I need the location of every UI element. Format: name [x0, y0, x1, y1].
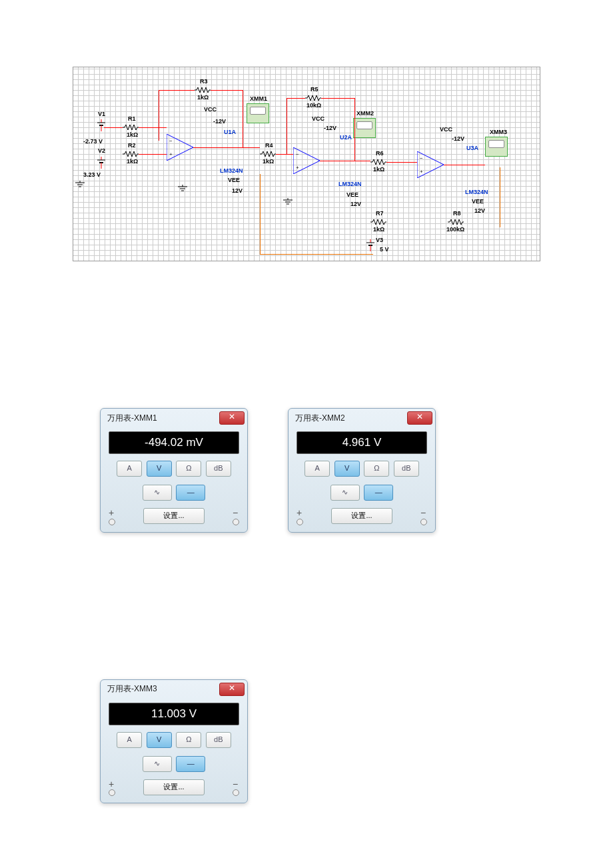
mode-dB-button[interactable]: dB	[206, 461, 231, 477]
label-U3-vminus: 12V	[474, 207, 485, 214]
multimeter-XMM2-title: 万用表-XMM2	[295, 413, 345, 424]
label-U2-vminus: 12V	[350, 201, 361, 207]
mode-Ohm-button[interactable]: Ω	[176, 461, 201, 477]
label-R7-ref: R7	[376, 210, 384, 217]
label-R8-ref: R8	[453, 210, 461, 217]
resistor-R5	[305, 95, 321, 101]
close-button[interactable]: ✕	[219, 411, 245, 425]
terminal-dot-icon	[420, 519, 427, 525]
label-V3-val: 5 V	[380, 246, 389, 253]
label-R1-ref: R1	[128, 115, 136, 122]
label-U1-model: LM324N	[220, 167, 243, 174]
label-U3-vplus: -12V	[452, 135, 464, 142]
resistor-R6	[370, 159, 386, 165]
mode-A-button[interactable]: A	[117, 732, 142, 748]
mode-Ohm-button[interactable]: Ω	[176, 732, 201, 748]
label-V2-ref: V2	[98, 147, 105, 154]
multimeter-XMM3-reading: 11.003 V	[109, 703, 239, 725]
wire	[354, 98, 355, 161]
label-V3-ref: V3	[376, 237, 383, 243]
wire	[320, 161, 370, 161]
plus-terminal: +	[297, 507, 302, 518]
mode-Ohm-button[interactable]: Ω	[364, 461, 389, 477]
wire	[104, 127, 123, 128]
multimeter-XMM1-window: 万用表-XMM1 ✕ -494.02 mV A V Ω dB ∿ — + 设置.…	[100, 408, 248, 533]
svg-text:+: +	[169, 151, 173, 157]
label-R5-val: 10kΩ	[306, 102, 321, 109]
label-U1-vminus: 12V	[232, 187, 243, 194]
mode-V-button[interactable]: V	[334, 461, 360, 477]
label-R5-ref: R5	[310, 86, 318, 93]
multimeter-XMM2-reading: 4.961 V	[297, 431, 427, 454]
dc-button[interactable]: —	[364, 485, 393, 501]
label-U1-vee: VEE	[228, 177, 240, 183]
ground-icon	[283, 198, 293, 205]
resistor-R3	[195, 87, 211, 93]
mode-V-button[interactable]: V	[147, 732, 172, 748]
multimeter-XMM1-title: 万用表-XMM1	[107, 413, 157, 424]
ac-button[interactable]: ∿	[330, 485, 360, 501]
multimeter-XMM2-icon[interactable]	[353, 118, 376, 138]
multimeter-XMM3-title: 万用表-XMM3	[107, 683, 157, 695]
dc-button[interactable]: —	[176, 485, 205, 501]
close-button[interactable]: ✕	[407, 411, 432, 425]
wire	[260, 174, 261, 254]
wire	[287, 98, 305, 99]
svg-text:−: −	[420, 155, 423, 161]
wire	[159, 90, 195, 91]
dc-button[interactable]: —	[176, 756, 205, 772]
wire	[211, 90, 243, 91]
label-V2-val: 3.23 V	[83, 171, 101, 178]
battery-V1	[97, 119, 105, 131]
label-U3-ref: U3A	[466, 145, 478, 151]
label-XMM3: XMM3	[490, 129, 507, 135]
wire	[386, 162, 417, 163]
multimeter-XMM1-icon[interactable]	[247, 103, 269, 123]
settings-button[interactable]: 设置...	[143, 508, 205, 524]
label-R3-val: 1kΩ	[197, 94, 209, 101]
resistor-R4	[260, 151, 276, 157]
settings-button[interactable]: 设置...	[331, 508, 392, 524]
minus-terminal: −	[233, 507, 238, 518]
label-R4-ref: R4	[265, 142, 273, 149]
wire	[260, 254, 373, 255]
terminal-dot-icon	[109, 519, 115, 525]
label-R1-val: 1kΩ	[127, 131, 138, 138]
svg-text:−: −	[169, 138, 173, 144]
multimeter-XMM3-window: 万用表-XMM3 ✕ 11.003 V A V Ω dB ∿ — + 设置...…	[100, 679, 248, 804]
label-U2-vcc: VCC	[312, 115, 324, 122]
label-U2-vee: VEE	[346, 191, 358, 198]
resistor-R1	[123, 125, 139, 130]
label-U2-vplus: -12V	[324, 125, 336, 131]
wire	[139, 127, 167, 128]
wire	[139, 154, 167, 155]
wire	[159, 90, 159, 141]
label-XMM2: XMM2	[356, 110, 374, 117]
resistor-R2	[123, 151, 139, 157]
close-button[interactable]: ✕	[219, 683, 245, 696]
label-U1-ref: U1A	[224, 129, 236, 135]
battery-V2	[97, 157, 105, 169]
mode-dB-button[interactable]: dB	[206, 732, 231, 748]
wire	[287, 98, 287, 154]
label-U3-model: LM324N	[465, 189, 488, 195]
mode-V-button[interactable]: V	[147, 461, 172, 477]
wire	[500, 167, 500, 227]
label-R2-val: 1kΩ	[127, 158, 138, 165]
multimeter-XMM3-icon[interactable]	[485, 137, 508, 157]
plus-terminal: +	[109, 779, 114, 789]
svg-text:+: +	[296, 165, 299, 171]
label-U3-vcc: VCC	[440, 126, 452, 133]
ac-button[interactable]: ∿	[143, 485, 172, 501]
label-V1-val: -2.73 V	[83, 138, 103, 145]
label-U2-ref: U2A	[340, 134, 352, 141]
mode-dB-button[interactable]: dB	[394, 461, 419, 477]
terminal-dot-icon	[233, 519, 239, 525]
terminal-dot-icon	[109, 789, 115, 796]
ac-button[interactable]: ∿	[143, 756, 172, 772]
mode-A-button[interactable]: A	[117, 461, 142, 477]
mode-A-button[interactable]: A	[305, 461, 330, 477]
wire	[243, 90, 243, 147]
settings-button[interactable]: 设置...	[143, 779, 205, 795]
label-V1-ref: V1	[98, 111, 105, 117]
